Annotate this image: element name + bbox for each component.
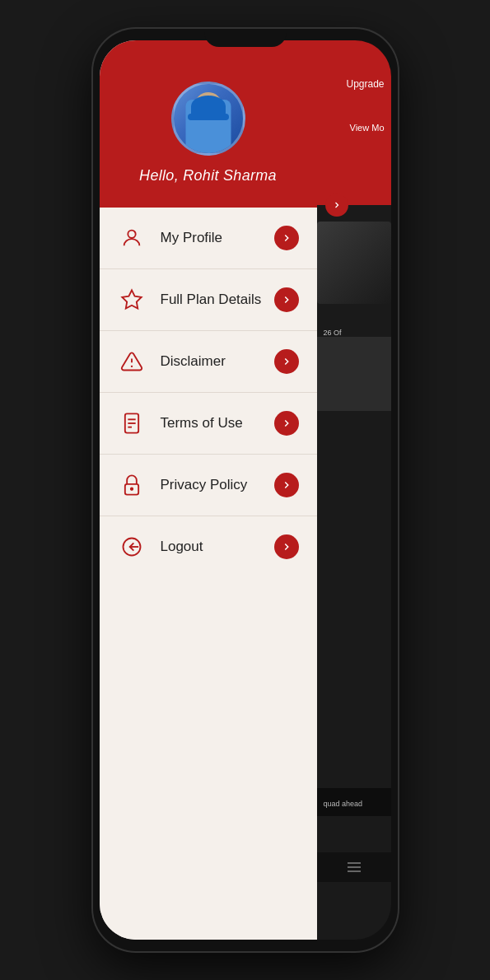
chevron-right-icon [281,418,292,429]
chevron-right-icon [332,200,342,210]
document-svg [120,412,143,435]
svg-point-0 [128,231,135,238]
logout-svg [120,535,143,558]
bottom-nav [317,852,391,882]
phone-screen: Hello, Rohit Sharma My Profile [100,40,391,940]
drawer-header: Hello, Rohit Sharma [100,40,317,208]
chevron-right-icon [281,541,292,553]
notch [204,29,287,47]
right-content: 26 Of quad ahead [317,205,391,940]
menu-item-disclaimer[interactable]: Disclaimer [100,331,317,393]
document-icon [118,409,146,437]
svg-point-9 [130,488,132,490]
menu-item-privacy-policy[interactable]: Privacy Policy [100,455,317,516]
greeting-text: Hello, Rohit Sharma [139,167,277,184]
logout-icon [118,533,146,561]
hamburger-icon [348,862,361,872]
disclaimer-label: Disclaimer [161,353,274,370]
right-peek-panel: Upgrade View Mo 26 Of [317,40,391,940]
terms-arrow [274,411,299,436]
star-icon [118,286,146,314]
menu-item-logout[interactable]: Logout [100,516,317,577]
drawer-panel: Hello, Rohit Sharma My Profile [100,40,317,940]
disclaimer-arrow [274,349,299,374]
chevron-right-icon [281,356,292,367]
lock-svg [120,474,143,497]
chevron-right-icon [281,294,292,306]
lock-icon [118,471,146,499]
full-plan-arrow [274,287,299,312]
terms-of-use-label: Terms of Use [161,415,274,432]
chevron-right-icon [281,232,292,244]
content-block-1 [317,222,391,304]
menu-item-full-plan-details[interactable]: Full Plan Details [100,269,317,331]
view-more-label: View Mo [350,123,385,133]
privacy-arrow [274,473,299,497]
my-profile-arrow [274,226,299,250]
person-svg [120,226,143,250]
full-plan-details-label: Full Plan Details [161,292,274,308]
phone-device: Hello, Rohit Sharma My Profile [93,29,398,951]
squad-label: quad ahead [324,800,363,808]
alert-svg [120,350,143,373]
score-label: 26 Of [324,329,342,337]
alert-icon [118,348,146,376]
menu-list: My Profile Full Plan Details [100,208,317,940]
menu-item-my-profile[interactable]: My Profile [100,208,317,269]
menu-item-terms-of-use[interactable]: Terms of Use [100,393,317,455]
logout-label: Logout [161,539,274,555]
block1-bg [317,222,391,304]
star-svg [120,288,143,311]
right-header: Upgrade View Mo [317,40,391,205]
privacy-policy-label: Privacy Policy [161,477,274,493]
squad-area: quad ahead [317,788,391,816]
logout-arrow [274,534,299,559]
chevron-right-icon [281,479,292,491]
person-icon [118,224,146,252]
content-block-2 [317,337,391,411]
upgrade-label: Upgrade [346,78,384,90]
right-arrow-btn [325,194,348,217]
helmet-decoration [191,96,226,117]
avatar [171,82,245,156]
svg-marker-1 [122,290,141,308]
my-profile-label: My Profile [161,230,274,246]
